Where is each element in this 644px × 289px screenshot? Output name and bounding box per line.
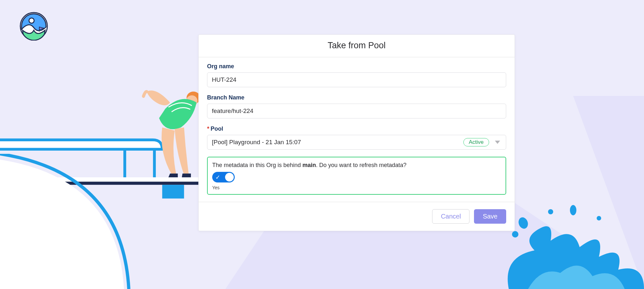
chevron-down-icon — [495, 141, 500, 144]
svg-point-1 — [29, 18, 34, 23]
branch-name-label: Branch Name — [207, 94, 506, 101]
check-icon: ✓ — [215, 174, 220, 180]
org-name-field: Org name — [207, 63, 506, 87]
take-from-pool-dialog: Take from Pool Org name Branch Name *Poo… — [198, 34, 515, 231]
dialog-title: Take from Pool — [199, 41, 515, 51]
refresh-metadata-toggle[interactable]: ✓ — [212, 172, 235, 182]
org-name-label: Org name — [207, 63, 506, 70]
required-star-icon: * — [207, 126, 209, 132]
cancel-button[interactable]: Cancel — [432, 209, 469, 224]
pool-selected-value: [Pool] Playground - 21 Jan 15:07 — [212, 139, 463, 146]
org-name-input[interactable] — [207, 72, 506, 87]
status-badge: Active — [463, 138, 489, 146]
dialog-footer: Cancel Save — [199, 202, 515, 231]
toggle-knob-icon — [225, 173, 234, 182]
refresh-prompt-bold: main — [302, 162, 316, 168]
pool-select[interactable]: [Pool] Playground - 21 Jan 15:07 Active — [207, 135, 506, 150]
dialog-body: Org name Branch Name *Pool [Pool] Playgr… — [199, 57, 515, 202]
curve-decoration-icon — [0, 154, 135, 289]
water-splash-icon — [477, 192, 644, 289]
pool-label-text: Pool — [211, 126, 223, 132]
toggle-state-label: Yes — [212, 185, 501, 190]
svg-point-11 — [548, 209, 553, 214]
refresh-prompt-prefix: The metadata in this Org is behind — [212, 162, 302, 168]
svg-point-10 — [517, 216, 530, 230]
refresh-prompt-suffix: . Do you want to refresh metadata? — [316, 162, 406, 168]
svg-point-13 — [597, 216, 601, 220]
svg-point-12 — [570, 205, 576, 215]
pool-label: *Pool — [207, 126, 506, 132]
dialog-header: Take from Pool — [199, 35, 515, 57]
branch-name-field: Branch Name — [207, 94, 506, 118]
svg-point-9 — [512, 231, 518, 238]
pool-field: *Pool [Pool] Playground - 21 Jan 15:07 A… — [207, 126, 506, 150]
branch-name-input[interactable] — [207, 104, 506, 118]
refresh-prompt-text: The metadata in this Org is behind main.… — [212, 162, 501, 169]
svg-rect-6 — [162, 185, 184, 199]
brand-logo-icon — [19, 12, 48, 42]
refresh-metadata-box: The metadata in this Org is behind main.… — [207, 157, 506, 195]
